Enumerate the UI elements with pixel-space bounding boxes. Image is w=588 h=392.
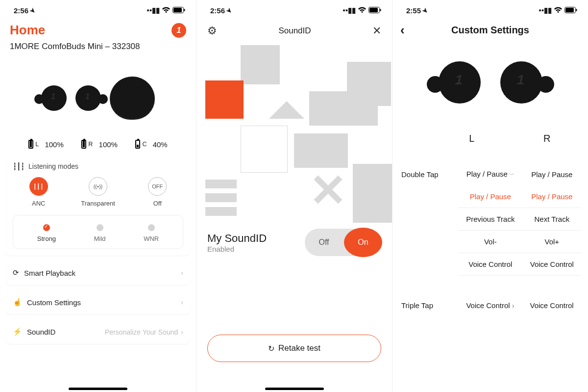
battery-left: L 100%: [28, 140, 64, 149]
svg-rect-8: [576, 9, 577, 11]
row-smart-playback[interactable]: ⟳Smart Playback ›: [6, 261, 190, 285]
mode-off[interactable]: OFFOff: [148, 177, 167, 207]
soundid-state: Enabled: [207, 245, 267, 253]
close-icon[interactable]: ✕: [372, 25, 381, 37]
status-time: 2:55: [406, 6, 421, 15]
double-tap-option[interactable]: Vol+: [523, 231, 581, 253]
right-label: R: [506, 133, 588, 144]
toggle-off-label: Off: [305, 238, 343, 247]
double-tap-option[interactable]: Next Track: [523, 208, 581, 231]
triple-tap-left-select[interactable]: Voice Control: [458, 294, 522, 316]
signal-icon: ▪▪▮▮: [343, 6, 356, 15]
submode-strong[interactable]: Strong: [37, 224, 56, 242]
submode-wnr[interactable]: WNR: [144, 224, 159, 242]
double-tap-right-select[interactable]: Play / Pause: [523, 163, 581, 185]
battery-icon: [172, 6, 185, 15]
earbuds-image: 1 1: [392, 46, 588, 119]
my-soundid-label: My SoundID: [207, 232, 267, 245]
battery-icon: [368, 6, 381, 15]
gear-icon[interactable]: ⚙︎: [207, 25, 217, 37]
left-label: L: [392, 133, 506, 144]
triple-tap-heading: Triple Tap: [399, 294, 458, 316]
double-tap-left-select[interactable]: Play / Pause: [458, 163, 523, 185]
svg-rect-1: [173, 8, 182, 12]
retake-test-button[interactable]: ↻ Retake test: [207, 335, 381, 362]
svg-rect-7: [565, 8, 574, 12]
listening-modes-card: ┇┃┇Listening modes ┇┃┇ANC ((•))Transpare…: [6, 156, 190, 256]
status-bar: 2:56➤ ▪▪▮▮: [0, 0, 196, 18]
double-tap-row: Double Tap Play / Pause Play / Pause: [399, 163, 581, 185]
location-icon: ➤: [28, 6, 37, 15]
wifi-icon: [554, 6, 563, 15]
product-image: 1 1: [0, 56, 196, 140]
page-title: Home: [10, 23, 45, 38]
soundid-hero: ✕: [196, 42, 392, 224]
mode-transparent[interactable]: ((•))Transparent: [81, 177, 115, 207]
page-title: SoundID: [278, 26, 311, 36]
soundid-icon: ⚡: [13, 327, 22, 336]
reload-icon: ↻: [268, 344, 274, 353]
triple-tap-row: Triple Tap Voice Control Voice Control: [399, 294, 581, 316]
battery-right: R 100%: [81, 140, 118, 149]
double-tap-option[interactable]: Play / Pause: [458, 185, 523, 208]
row-soundid[interactable]: ⚡SoundID Personalize Your Sound›: [6, 319, 190, 344]
wifi-icon: [358, 6, 367, 15]
double-tap-heading: Double Tap: [399, 163, 458, 185]
location-icon: ➤: [225, 6, 234, 15]
chevron-right-icon: ›: [181, 328, 183, 336]
home-indicator[interactable]: [265, 388, 324, 390]
soundid-toggle[interactable]: Off On: [305, 229, 381, 256]
page-title: Custom Settings: [415, 25, 580, 36]
status-bar: 2:55➤ ▪▪▮▮: [392, 0, 588, 18]
svg-rect-2: [184, 9, 185, 11]
screen-custom-settings: 2:55➤ ▪▪▮▮ ‹ Custom Settings 1 1 L R Dou…: [392, 0, 588, 392]
double-tap-option[interactable]: Play / Pause: [523, 185, 581, 208]
toggle-on-knob: On: [344, 228, 382, 257]
svg-rect-4: [369, 8, 378, 12]
wifi-icon: [162, 6, 171, 15]
back-icon[interactable]: ‹: [400, 23, 415, 38]
listening-modes-heading: Listening modes: [28, 162, 78, 170]
screen-soundid: 2:56➤ ▪▪▮▮ ⚙︎ SoundID ✕ ✕: [196, 0, 392, 392]
submode-mild[interactable]: Mild: [94, 224, 106, 242]
screen-home: 2:56➤ ▪▪▮▮ Home 1 1MORE ComfoBuds Mini –…: [0, 0, 196, 392]
device-name: 1MORE ComfoBuds Mini – 332308: [0, 38, 196, 52]
svg-rect-5: [380, 9, 381, 11]
home-indicator[interactable]: [69, 388, 127, 390]
row-custom-settings[interactable]: ☝Custom Settings ›: [6, 290, 190, 314]
brand-badge-icon[interactable]: 1: [172, 23, 186, 38]
mode-anc[interactable]: ┇┃┇ANC: [29, 177, 48, 207]
double-tap-option[interactable]: Vol-: [458, 231, 523, 253]
tap-icon: ☝: [13, 298, 22, 307]
location-icon: ➤: [421, 6, 430, 15]
battery-case: C 40%: [135, 140, 167, 149]
signal-icon: ▪▪▮▮: [147, 6, 160, 15]
status-time: 2:56: [210, 6, 225, 15]
triple-tap-right-select[interactable]: Voice Control: [522, 294, 581, 316]
chevron-right-icon: ›: [181, 269, 183, 277]
signal-icon: ▪▪▮▮: [539, 6, 552, 15]
double-tap-option[interactable]: Voice Control: [458, 253, 523, 276]
battery-icon: [564, 6, 577, 15]
double-tap-option[interactable]: Previous Track: [458, 208, 523, 231]
status-time: 2:56: [14, 6, 28, 15]
chevron-right-icon: ›: [181, 298, 183, 306]
playback-icon: ⟳: [13, 268, 19, 277]
equalizer-icon: ┇┃┇: [13, 162, 24, 170]
battery-row: L 100% R 100% C 40%: [0, 140, 196, 149]
double-tap-option[interactable]: Voice Control: [523, 253, 581, 276]
status-bar: 2:56➤ ▪▪▮▮: [196, 0, 392, 18]
